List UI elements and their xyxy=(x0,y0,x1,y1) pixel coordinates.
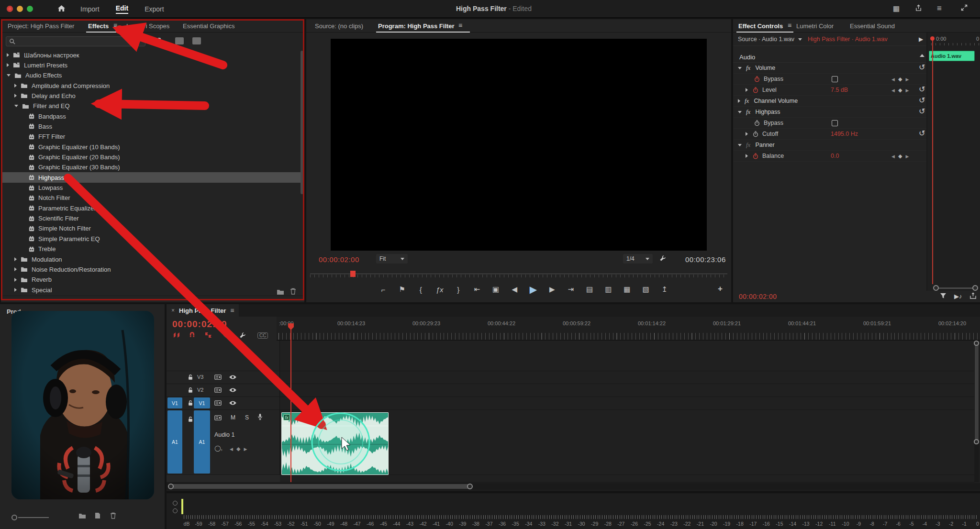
stopwatch-icon[interactable] xyxy=(754,120,760,126)
export-media-button[interactable]: ↥ xyxy=(659,285,670,294)
twirl-down-icon[interactable] xyxy=(7,74,11,77)
ec-row-panner[interactable]: fxPanner xyxy=(733,140,926,151)
add-keyframe-icon[interactable]: ◆ xyxy=(898,87,902,93)
tab-program[interactable]: Program: High Pass Filter xyxy=(378,22,455,30)
twirl-right-icon[interactable] xyxy=(746,132,748,136)
footer-new-folder-icon[interactable] xyxy=(277,289,284,295)
ec-row-balance[interactable]: Balance0.0◀◆▶ xyxy=(733,151,926,162)
track-lock-icon[interactable] xyxy=(188,416,193,422)
loop-button[interactable]: ▣ xyxy=(490,285,501,294)
collapse-section-icon[interactable] xyxy=(920,54,924,57)
ec-row-level[interactable]: Level7.5 dB◀◆▶↺ xyxy=(733,85,926,96)
workspaces-icon[interactable]: ▦ xyxy=(893,4,900,13)
tab-essential-graphics[interactable]: Essential Graphics xyxy=(183,22,234,30)
source-patch-badge-a1[interactable]: A1 xyxy=(167,410,182,474)
fx-badge-icon[interactable]: fx xyxy=(745,97,749,105)
twirl-right-icon[interactable] xyxy=(746,154,748,158)
menu-item-import[interactable]: Import xyxy=(80,5,100,13)
mini-playhead-head[interactable] xyxy=(930,36,935,41)
tree-item-parametric-equalizer[interactable]: Parametric Equalizer xyxy=(1,203,301,213)
play-with-audio-icon[interactable]: ▶♪ xyxy=(954,293,962,300)
track-header-v3[interactable]: V3 xyxy=(167,371,280,384)
tree-item-шаблоны-настроек[interactable]: Шаблоны настроек xyxy=(1,50,301,60)
tree-item-noise-reduction-restoration[interactable]: Noise Reduction/Restoration xyxy=(1,264,301,275)
play-audio-icon[interactable]: ▶ xyxy=(919,36,923,43)
timeline-ruler[interactable]: :00:0000:00:14:2300:00:29:2300:00:44:220… xyxy=(277,317,980,341)
reset-parameter-icon[interactable]: ↺ xyxy=(919,130,925,137)
add-keyframe-icon[interactable]: ◆ xyxy=(898,153,902,159)
stopwatch-icon[interactable] xyxy=(753,153,758,159)
tree-item-graphic-equalizer-30-bands-[interactable]: Graphic Equalizer (30 Bands) xyxy=(1,162,301,173)
tree-item-simple-notch-filter[interactable]: Simple Notch Filter xyxy=(1,223,301,234)
tab-lumetri-color[interactable]: Lumetri Color xyxy=(796,22,834,30)
panel-menu-icon[interactable]: ≡ xyxy=(788,22,791,29)
step-back-button[interactable]: ◀ xyxy=(509,285,520,294)
toggle-track-output-eye-icon[interactable] xyxy=(229,400,237,406)
export-icon[interactable] xyxy=(969,292,977,299)
tree-item-amplitude-and-compression[interactable]: Amplitude and Compression xyxy=(1,80,301,91)
tree-item-treble[interactable]: Treble xyxy=(1,244,301,254)
captions-icon[interactable]: CC xyxy=(257,332,268,339)
lift-button[interactable]: ▤ xyxy=(584,285,595,294)
go-to-out-button[interactable]: ⇥ xyxy=(566,285,576,294)
tree-item-notch-filter[interactable]: Notch Filter xyxy=(1,193,301,203)
find-binoculars-icon[interactable] xyxy=(153,37,161,44)
twirl-right-icon[interactable] xyxy=(14,94,17,98)
twirl-down-icon[interactable] xyxy=(738,67,742,69)
traffic-light-minimize[interactable] xyxy=(17,6,23,12)
stopwatch-icon[interactable] xyxy=(754,76,760,82)
fit-dropdown[interactable]: Fit xyxy=(376,254,408,264)
timeline-hscrollbar[interactable] xyxy=(167,483,980,490)
twirl-right-icon[interactable] xyxy=(7,63,9,67)
tree-item-highpass[interactable]: Highpass xyxy=(1,172,301,183)
add-keyframe-icon[interactable]: ◆ xyxy=(898,76,902,82)
toggle-track-output-eye-icon[interactable] xyxy=(229,375,237,380)
footer-trash-icon[interactable] xyxy=(290,288,296,295)
voiceover-record-mic-icon[interactable] xyxy=(257,413,263,420)
timeline-panel-menu-icon[interactable]: ≡ xyxy=(230,307,234,314)
menu-item-edit[interactable]: Edit xyxy=(116,4,128,14)
traffic-light-close[interactable] xyxy=(7,6,13,12)
app-menu-icon[interactable]: ≡ xyxy=(937,4,942,13)
tree-item-modulation[interactable]: Modulation xyxy=(1,254,301,264)
step-forward-button[interactable]: ▶ xyxy=(547,285,557,294)
param-value[interactable]: 1495.0 Hz xyxy=(831,131,858,137)
mini-playhead-line[interactable] xyxy=(932,39,933,284)
track-lock-icon[interactable] xyxy=(188,387,193,393)
ec-row-highpass[interactable]: fxHighpass↺ xyxy=(733,107,926,118)
snap-magnet-icon[interactable] xyxy=(189,332,195,338)
new-custom-bin-icon[interactable] xyxy=(175,37,184,44)
fx-badge-icon[interactable]: fx xyxy=(746,108,750,116)
track-lock-icon[interactable] xyxy=(188,374,193,380)
source-patching-icon[interactable] xyxy=(214,415,222,420)
track-header-v1[interactable]: V1V1 xyxy=(167,397,280,409)
twirl-down-icon[interactable] xyxy=(738,144,742,146)
ec-row-volume[interactable]: fxVolume↺ xyxy=(733,63,926,74)
menu-item-export[interactable]: Export xyxy=(145,5,164,13)
reset-parameter-icon[interactable]: ↺ xyxy=(919,97,925,104)
effects-search[interactable] xyxy=(6,36,145,46)
project-zoom-slider[interactable] xyxy=(11,515,50,520)
tree-item-lowpass[interactable]: Lowpass xyxy=(1,183,301,193)
timeline-timecode[interactable]: 00:00:02:00 xyxy=(172,319,227,330)
add-keyframe-icon[interactable]: ◆ xyxy=(236,446,240,452)
twirl-right-icon[interactable] xyxy=(746,88,748,92)
effects-badge-button[interactable]: ƒx xyxy=(434,286,445,294)
twirl-right-icon[interactable] xyxy=(14,84,17,88)
param-checkbox[interactable] xyxy=(832,76,838,82)
ec-row-bypass[interactable]: Bypass◀◆▶ xyxy=(733,74,926,85)
param-value[interactable]: 7.5 dB xyxy=(831,87,848,93)
next-keyframe-icon[interactable]: ▶ xyxy=(905,77,909,82)
tree-item-filter-and-eq[interactable]: Filter and EQ xyxy=(1,101,301,111)
previous-keyframe-icon[interactable]: ◀ xyxy=(891,154,895,159)
fx-badge-icon[interactable]: fx xyxy=(746,141,750,149)
next-keyframe-icon[interactable]: ▶ xyxy=(905,154,909,159)
ec-row-bypass[interactable]: Bypass xyxy=(733,118,926,129)
project-new-item-icon[interactable] xyxy=(95,512,100,519)
extract-button[interactable]: ▥ xyxy=(603,285,613,294)
twirl-right-icon[interactable] xyxy=(738,99,740,103)
add-marker-button[interactable]: ⚑ xyxy=(397,285,407,294)
toggle-track-output-eye-icon[interactable] xyxy=(229,387,237,393)
settings-wrench-icon[interactable] xyxy=(659,255,666,262)
show-keyframes-icon[interactable]: ◯, xyxy=(214,445,223,452)
